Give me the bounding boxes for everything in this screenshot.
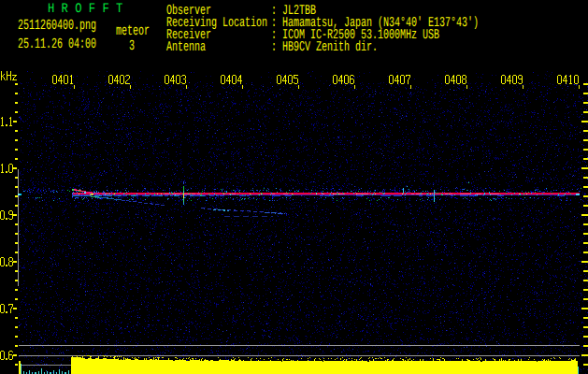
- svg-text:3: 3: [129, 37, 135, 54]
- svg-text:H R O F F T: H R O F F T: [48, 2, 123, 17]
- svg-text:Antenna: Antenna: [166, 39, 206, 55]
- svg-text:meteor: meteor: [116, 22, 150, 39]
- svg-text::: :: [271, 39, 277, 55]
- svg-text:2511260400.png: 2511260400.png: [18, 17, 96, 34]
- svg-text:25.11.26 04:00: 25.11.26 04:00: [18, 36, 96, 52]
- svg-text:HB9CV Zenith dir.: HB9CV Zenith dir.: [282, 39, 378, 55]
